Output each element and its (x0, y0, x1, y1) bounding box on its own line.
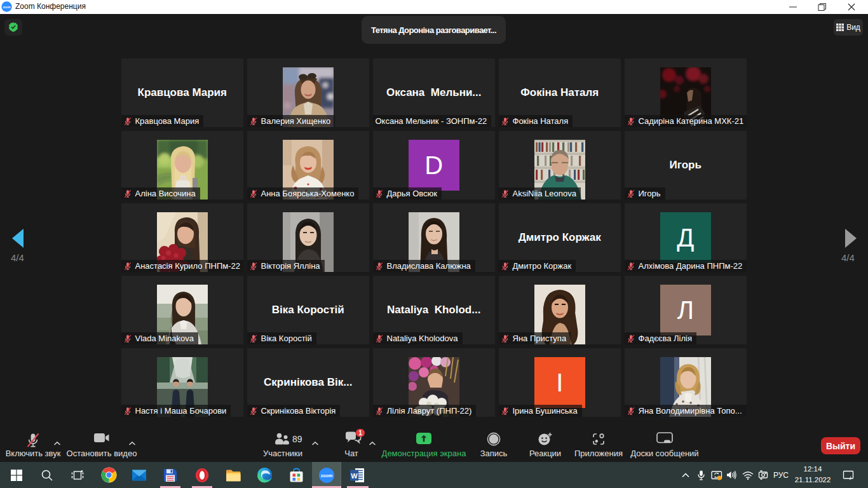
svg-text:zoom: zoom (321, 473, 332, 477)
svg-text:1: 1 (358, 430, 362, 437)
svg-text:zoom: zoom (3, 6, 11, 9)
svg-text:W: W (351, 471, 358, 479)
